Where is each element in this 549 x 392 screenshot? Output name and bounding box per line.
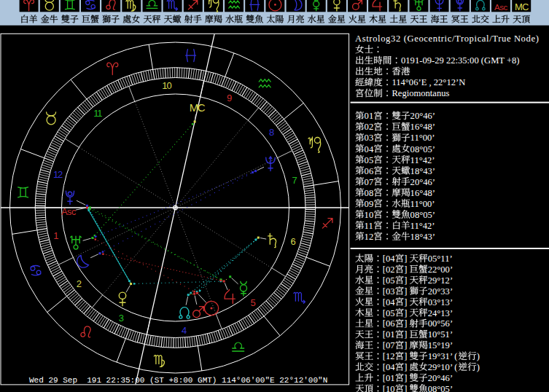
svg-text:20°46’: 20°46’ [410,177,435,187]
svg-text:19°31’ (: 19°31’ ( [428,351,458,361]
svg-text:MC: MC [190,101,206,114]
svg-text:8: 8 [269,127,274,138]
svg-text:114°06’E , 22°12’N: 114°06’E , 22°12’N [392,77,465,87]
svg-text:05: 05 [365,155,374,165]
svg-text:): ) [477,351,480,361]
svg-text:03°13’: 03°13’ [428,297,453,307]
svg-text:5: 5 [251,297,256,308]
svg-text:[10: [10 [383,384,395,392]
svg-text:11: 11 [365,221,373,231]
svg-text:20°33’: 20°33’ [428,286,453,297]
svg-text:[04: [04 [383,254,395,264]
svg-text:12: 12 [53,169,63,180]
svg-text:[05: [05 [383,308,395,318]
svg-text:29°12’: 29°12’ [428,275,453,286]
svg-text:9: 9 [227,93,232,103]
svg-text:3: 3 [119,313,124,324]
svg-text:[01: [01 [383,329,395,340]
svg-text:24°13’: 24°13’ [428,308,453,318]
svg-text:]: ] [404,275,407,286]
svg-text:04: 04 [365,144,374,154]
svg-text:[06: [06 [383,318,395,329]
svg-text:06: 06 [365,166,374,176]
svg-text:11°42’: 11°42’ [410,221,435,231]
svg-text:08°05’: 08°05’ [428,384,453,392]
svg-text:07: 07 [365,177,374,187]
svg-text:[04: [04 [383,362,395,372]
svg-text:11°00’: 11°00’ [410,133,435,143]
svg-text:]: ] [404,329,407,340]
svg-text:16°48’: 16°48’ [410,188,435,198]
svg-text:Astrolog32 (Geocentric/Tropica: Astrolog32 (Geocentric/Tropical/True Nod… [355,34,539,44]
svg-text:08°05’: 08°05’ [410,210,435,220]
svg-text:Asc: Asc [61,207,76,217]
svg-text:1: 1 [53,230,58,241]
svg-text:Asc: Asc [494,3,508,12]
svg-text:02: 02 [365,122,374,132]
svg-text:7: 7 [292,175,297,186]
svg-text:4: 4 [182,325,187,336]
svg-text:08: 08 [365,188,374,198]
svg-text:[12: [12 [383,351,395,361]
svg-text:]: ] [404,384,407,392]
svg-text:01: 01 [365,111,374,121]
svg-text:]: ] [404,286,407,297]
svg-text:29°10’ (: 29°10’ ( [428,362,458,372]
svg-text:Wed 29 Sep 191 22:35:00 (ST +: Wed 29 Sep 191 22:35:00 (ST +8:00 GMT) 1… [29,376,327,385]
svg-text:]: ] [404,308,407,318]
svg-text:15°19’: 15°19’ [428,340,453,350]
svg-text:03: 03 [365,133,374,143]
svg-text:10°51’: 10°51’ [428,329,453,340]
svg-text:0191-09-29 22:35:00 (GMT +8): 0191-09-29 22:35:00 (GMT +8) [401,55,520,66]
svg-text:11°42’: 11°42’ [410,155,435,165]
svg-text:20°46’: 20°46’ [428,373,453,383]
svg-text:16°48’: 16°48’ [410,122,435,132]
svg-text:00°56’: 00°56’ [428,318,453,329]
svg-text:10: 10 [162,80,171,91]
svg-text:[01: [01 [383,373,395,383]
svg-text:18°43’: 18°43’ [410,232,435,242]
svg-text:]: ] [404,318,407,329]
svg-text:): ) [477,362,480,372]
svg-text:[05: [05 [383,275,395,286]
svg-text:MC: MC [515,1,529,12]
svg-text:10: 10 [365,210,374,220]
svg-text:18°43’: 18°43’ [410,166,435,176]
svg-text:Regiomontanus: Regiomontanus [392,88,449,98]
svg-text:[07: [07 [383,340,395,350]
svg-text:]: ] [404,362,407,372]
svg-text:08°05’: 08°05’ [410,144,435,154]
svg-text:12: 12 [365,232,374,242]
svg-text:2: 2 [77,278,82,289]
svg-text:]: ] [404,373,407,383]
svg-text:11: 11 [93,108,102,119]
svg-text:]: ] [404,297,407,307]
svg-text:[02: [02 [383,264,395,275]
svg-text:]: ] [404,351,407,361]
svg-text:22°00’: 22°00’ [428,264,453,275]
svg-text:]: ] [404,254,407,264]
svg-text:05°11’: 05°11’ [428,254,453,264]
svg-text:09: 09 [365,199,374,209]
svg-text:[03: [03 [383,286,395,297]
svg-text:20°46’: 20°46’ [410,111,435,121]
svg-text:6: 6 [290,236,295,247]
svg-text:11°00’: 11°00’ [410,199,435,209]
svg-text:]: ] [404,264,407,275]
svg-text:[04: [04 [383,297,395,307]
svg-text:]: ] [404,340,407,350]
